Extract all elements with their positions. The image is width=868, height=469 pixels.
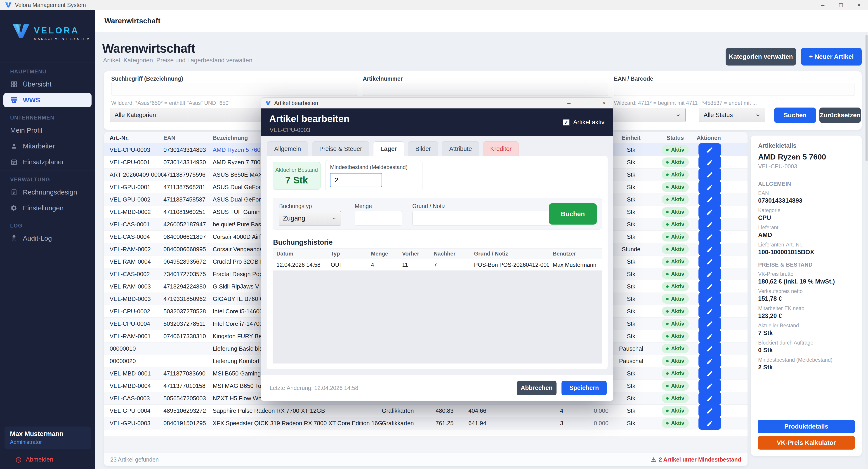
edit-article-button[interactable] xyxy=(699,168,721,181)
sidebar-item-audit-log[interactable]: Audit-Log xyxy=(3,231,92,245)
sidebar-item-wws[interactable]: WWS xyxy=(3,93,92,107)
search-button[interactable]: Suchen xyxy=(774,107,816,123)
window-minimize-icon[interactable]: – xyxy=(814,0,832,10)
table-row[interactable]: VEL-GPU-00030840191501295XFX Speedster Q… xyxy=(104,417,747,430)
edit-article-button[interactable] xyxy=(699,143,721,156)
edit-article-button[interactable] xyxy=(699,218,721,231)
modal-close-icon[interactable]: × xyxy=(595,98,613,108)
edit-article-button[interactable] xyxy=(699,305,721,318)
sidebar-item-einstellungen[interactable]: Einstellungen xyxy=(3,201,92,215)
sidebar-item-übersicht[interactable]: Übersicht xyxy=(3,77,92,92)
tab-allgemein[interactable]: Allgemein xyxy=(267,141,308,156)
modal-titlebar[interactable]: Artikel bearbeiten – □ × xyxy=(261,98,613,109)
velora-logo-icon xyxy=(12,24,30,39)
price-calculator-button[interactable]: VK-Preis Kalkulator xyxy=(758,436,855,449)
edit-article-button[interactable] xyxy=(699,416,721,430)
history-cell: 4 xyxy=(367,262,399,268)
status-badge: Aktiv xyxy=(662,232,689,241)
edit-article-button[interactable] xyxy=(699,292,721,305)
edit-article-button[interactable] xyxy=(699,330,721,343)
logout-label: Abmelden xyxy=(26,456,53,463)
edit-article-button[interactable] xyxy=(699,230,721,243)
cell-actions xyxy=(697,193,747,206)
edit-article-button[interactable] xyxy=(699,404,721,417)
pencil-icon xyxy=(706,320,713,327)
booking-form: Buchungstyp Menge Grund / Notiz Zugang B… xyxy=(273,198,602,230)
booking-note-input[interactable] xyxy=(412,211,558,226)
edit-article-button[interactable] xyxy=(699,205,721,219)
window-close-icon[interactable]: × xyxy=(850,0,868,10)
cell-ean: 0730143314930 xyxy=(163,159,213,166)
edit-article-button[interactable] xyxy=(699,367,721,380)
tab-attribute[interactable]: Attribute xyxy=(442,141,479,156)
tab-lager[interactable]: Lager xyxy=(373,141,404,156)
edit-article-button[interactable] xyxy=(699,280,721,293)
edit-article-button[interactable] xyxy=(699,379,721,393)
edit-article-button[interactable] xyxy=(699,243,721,256)
new-article-button[interactable]: + Neuer Artikel xyxy=(801,48,862,66)
table-filler xyxy=(104,436,747,453)
sidebar-logo: VELORA MANAGEMENT SYSTEM xyxy=(12,24,90,41)
cell-status: Aktiv xyxy=(654,244,697,254)
status-select[interactable]: Alle Status xyxy=(699,108,765,122)
details-field-label: Aktueller Bestand xyxy=(758,323,855,329)
modal-maximize-icon[interactable]: □ xyxy=(578,98,595,108)
column-header-art: Art.-Nr. xyxy=(110,135,163,141)
cell-best: 4 xyxy=(502,407,563,414)
ean-hint: Wildcard: 4711* = beginnt mit 4711 | *45… xyxy=(614,100,757,106)
user-name: Max Mustermann xyxy=(10,430,86,438)
booking-qty-input[interactable] xyxy=(355,211,402,226)
ean-input[interactable] xyxy=(614,83,855,96)
edit-article-button[interactable] xyxy=(699,317,721,330)
result-count: 23 Artikel gefunden xyxy=(110,456,159,463)
edit-article-button[interactable] xyxy=(699,156,721,169)
min-stock-input[interactable]: 2 xyxy=(330,173,382,187)
reset-button[interactable]: Zurücksetzen xyxy=(819,107,861,123)
edit-article-button[interactable] xyxy=(699,355,721,368)
cancel-button[interactable]: Abbrechen xyxy=(517,381,557,395)
booking-history-table: DatumTypMengeVorherNachherGrund / NotizB… xyxy=(273,248,602,364)
details-field-value: AMD xyxy=(758,232,855,239)
table-row[interactable]: VEL-GPU-00044895106293272Sapphire Pulse … xyxy=(104,405,747,417)
edit-article-button[interactable] xyxy=(699,392,721,405)
sidebar-item-rechnungsdesign[interactable]: Rechnungsdesign xyxy=(3,185,92,199)
pencil-icon xyxy=(706,171,713,178)
category-select-value: Alle Kategorien xyxy=(115,111,156,119)
tab-kreditor[interactable]: Kreditor xyxy=(483,141,519,156)
edit-article-modal: Artikel bearbeiten – □ × Artikel bearbei… xyxy=(261,98,613,401)
booking-type-select[interactable]: Zugang xyxy=(279,211,341,226)
status-dot-icon xyxy=(666,211,669,213)
search-input[interactable] xyxy=(111,83,357,96)
window-maximize-icon[interactable]: □ xyxy=(832,0,850,10)
search-label: Suchbegriff (Bezeichnung) xyxy=(111,75,183,82)
sidebar-item-einsatzplaner[interactable]: Einsatzplaner xyxy=(3,155,92,169)
article-active-toggle[interactable]: ✓ Artikel aktiv xyxy=(563,119,604,126)
tab-bilder[interactable]: Bilder xyxy=(408,141,438,156)
product-details-button[interactable]: Produktdetails xyxy=(758,420,855,433)
sidebar-item-mein-profil[interactable]: Mein Profil xyxy=(3,123,92,138)
status-badge-label: Aktiv xyxy=(671,171,684,178)
min-stock-label: Mindestbestand (Meldebestand) xyxy=(330,164,418,170)
user-card[interactable]: Max Mustermann Administrator xyxy=(4,427,91,449)
page-scrollbar[interactable] xyxy=(865,10,868,469)
edit-article-button[interactable] xyxy=(699,193,721,206)
sidebar-item-mitarbeiter[interactable]: Mitarbeiter xyxy=(3,139,92,154)
cell-name: Sapphire Pulse Radeon RX 7700 XT 12GB xyxy=(213,407,382,414)
manage-categories-button[interactable]: Kategorien verwalten xyxy=(725,48,796,66)
cell-art: VEL-RAM-0002 xyxy=(110,246,163,253)
article-number-input[interactable] xyxy=(363,83,608,96)
modal-minimize-icon[interactable]: – xyxy=(560,98,578,108)
pencil-icon xyxy=(706,233,713,240)
pencil-icon xyxy=(706,407,713,414)
logout-button[interactable]: Abmelden xyxy=(16,456,53,463)
edit-article-button[interactable] xyxy=(699,180,721,194)
edit-article-button[interactable] xyxy=(699,342,721,355)
book-button[interactable]: Buchen xyxy=(549,203,597,225)
checkbox-checked-icon[interactable]: ✓ xyxy=(563,119,569,126)
tab-preise-steuer[interactable]: Preise & Steuer xyxy=(312,141,369,156)
status-dot-icon xyxy=(666,347,669,350)
edit-article-button[interactable] xyxy=(699,267,721,280)
save-button[interactable]: Speichern xyxy=(561,381,607,395)
scrollbar-thumb[interactable] xyxy=(866,35,868,161)
edit-article-button[interactable] xyxy=(699,255,721,268)
